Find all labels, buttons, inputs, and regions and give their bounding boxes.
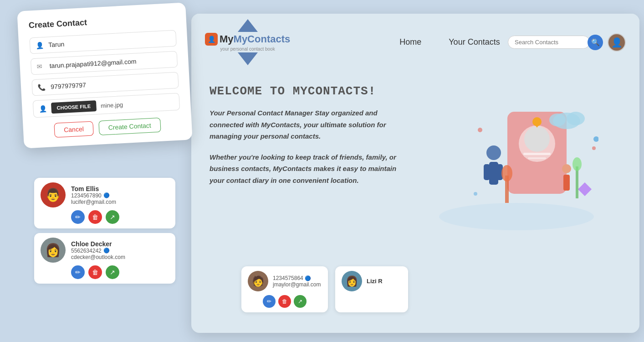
svg-rect-11: [563, 175, 570, 191]
share-button-chloe[interactable]: ↗: [106, 265, 119, 279]
contact-tom-inner: 👨 Tom Ellis 1234567890 🔵 lucifer@gmail.c…: [41, 182, 169, 207]
nav-home[interactable]: Home: [399, 37, 421, 47]
bottom-contact-2-name: Lizi R: [367, 278, 383, 285]
contact-chloe-actions: ✏ 🗑 ↗: [71, 265, 169, 279]
contact-chloe-avatar: 👩: [41, 238, 66, 263]
logo-tagline: your personal contact book: [220, 47, 275, 52]
svg-point-10: [562, 164, 571, 173]
contact-chloe-meta: Chloe Decker 5562634242 🔵 cdecker@outloo…: [71, 240, 169, 260]
contact-tom-name: Tom Ellis: [71, 185, 169, 192]
bottom-contact-2-details: Lizi R: [367, 278, 383, 285]
illustration-container: [434, 103, 608, 239]
logo-triangle-top-icon: [238, 19, 258, 32]
phone-field: 📞 9797979797: [31, 72, 179, 96]
svg-point-22: [474, 192, 477, 196]
file-upload-icon: 👤: [39, 105, 47, 113]
contact-chloe-name: Chloe Decker: [71, 240, 169, 248]
contact-tom-meta: Tom Ellis 1234567890 🔵 lucifer@gmail.com: [71, 185, 169, 205]
search-icon: 🔍: [591, 38, 600, 47]
email-field-icon: ✉: [36, 62, 45, 70]
logo-icon-symbol: 👤: [208, 36, 215, 43]
welcome-title: Welcome to MyContacts!: [210, 84, 411, 98]
user-avatar-icon: 👤: [611, 37, 623, 48]
file-upload-field: 👤 CHOOSE FILE mine.jpg: [33, 93, 180, 118]
bottom-contacts-strip: 🧑 1234575864 🔵 jmaylor@gmail.com ✏ 🗑 ↗ 👩…: [241, 266, 408, 312]
svg-point-13: [501, 165, 512, 181]
illustration-svg: [434, 103, 598, 235]
cancel-button[interactable]: Cancel: [54, 121, 93, 138]
search-button[interactable]: 🔍: [588, 35, 603, 50]
svg-rect-14: [576, 166, 578, 198]
edit-button-bottom-1[interactable]: ✏: [263, 295, 276, 308]
delete-button-chloe[interactable]: 🗑: [88, 265, 102, 279]
share-button-tom[interactable]: ↗: [106, 210, 119, 224]
bottom-contact-2-avatar: 👩: [342, 271, 362, 291]
contact-chloe-inner: 👩 Chloe Decker 5562634242 🔵 cdecker@outl…: [41, 238, 169, 263]
contact-item-chloe: 👩 Chloe Decker 5562634242 🔵 cdecker@outl…: [34, 233, 175, 284]
svg-point-20: [592, 146, 596, 150]
bottom-contact-1-details: 1234575864 🔵 jmaylor@gmail.com: [273, 275, 321, 288]
name-field-value[interactable]: Tarun: [48, 41, 65, 49]
right-illustration: [420, 84, 621, 333]
search-input[interactable]: [508, 36, 590, 49]
modal-title: Create Contact: [28, 13, 175, 31]
contact-tom-phone-icon: 🔵: [103, 192, 110, 198]
edit-button-chloe[interactable]: ✏: [71, 265, 85, 279]
logo-triangle-bottom-icon: [238, 52, 258, 65]
nav-links: Home Your Contacts: [399, 37, 500, 47]
contact-item-tom: 👨 Tom Ellis 1234567890 🔵 lucifer@gmail.c…: [34, 178, 175, 228]
email-field: ✉ tarun.prajapati912@gmail.com: [31, 51, 178, 75]
create-contact-button[interactable]: Create Contact: [98, 118, 161, 135]
choose-file-button[interactable]: CHOOSE FILE: [51, 100, 97, 114]
logo-name: MyMyContacts: [220, 33, 290, 45]
bottom-contact-1-avatar: 🧑: [248, 271, 268, 291]
share-button-bottom-1[interactable]: ↗: [294, 295, 307, 308]
contact-chloe-avatar-icon: 👩: [45, 243, 61, 258]
svg-point-6: [486, 145, 501, 160]
logo-name-contacts: MyContacts: [234, 33, 291, 45]
file-name-display: mine.jpg: [101, 101, 123, 109]
contacts-list-panel: 👨 Tom Ellis 1234567890 🔵 lucifer@gmail.c…: [34, 178, 175, 288]
contact-chloe-email: cdecker@outlook.com: [71, 254, 169, 260]
search-box: 🔍: [508, 35, 603, 50]
bottom-contact-2-info: 👩 Lizi R: [342, 271, 402, 291]
phone-field-icon: 📞: [38, 83, 46, 91]
delete-button-tom[interactable]: 🗑: [88, 210, 102, 224]
svg-point-17: [567, 112, 585, 125]
svg-point-3: [524, 126, 550, 152]
svg-point-15: [572, 157, 582, 171]
bottom-contact-1-info: 🧑 1234575864 🔵 jmaylor@gmail.com: [248, 271, 322, 291]
bottom-contact-card-1: 🧑 1234575864 🔵 jmaylor@gmail.com ✏ 🗑 ↗: [241, 266, 328, 312]
modal-actions: Cancel Create Contact: [34, 116, 181, 139]
contact-tom-email: lucifer@gmail.com: [71, 199, 169, 205]
svg-point-21: [478, 128, 482, 132]
nav-contacts[interactable]: Your Contacts: [449, 37, 500, 47]
delete-button-bottom-1[interactable]: 🗑: [278, 295, 291, 308]
nav-right: 🔍 👤: [508, 33, 626, 52]
navbar: 👤 MyMyContacts your personal contact boo…: [191, 14, 639, 71]
user-field-icon: 👤: [36, 41, 44, 49]
logo-area: 👤 MyMyContacts your personal contact boo…: [205, 19, 290, 65]
name-field: 👤 Tarun: [29, 30, 176, 54]
create-contact-modal: Create Contact 👤 Tarun ✉ tarun.prajapati…: [17, 3, 192, 149]
contact-chloe-phone-icon: 🔵: [103, 248, 110, 254]
logo-text-row: 👤 MyMyContacts: [205, 33, 290, 46]
contact-chloe-phone: 5562634242 🔵: [71, 248, 169, 254]
bottom-contact-card-2: 👩 Lizi R: [335, 266, 408, 312]
svg-point-0: [439, 203, 594, 230]
svg-rect-8: [484, 164, 490, 180]
svg-point-18: [549, 114, 566, 126]
svg-point-19: [593, 136, 598, 142]
logo-icon: 👤: [205, 33, 218, 46]
email-field-value[interactable]: tarun.prajapati912@gmail.com: [49, 57, 136, 69]
bottom-contact-1-phone: 1234575864 🔵: [273, 275, 321, 281]
welcome-paragraph-1: Your Personal Contact Manager Stay organ…: [210, 107, 411, 142]
edit-button-tom[interactable]: ✏: [71, 210, 85, 224]
bottom-contact-1-actions: ✏ 🗑 ↗: [248, 295, 322, 308]
svg-marker-23: [578, 182, 592, 196]
welcome-paragraph-2: Whether you're looking to keep track of …: [210, 151, 411, 187]
contact-tom-avatar-icon: 👨: [45, 187, 61, 202]
phone-field-value[interactable]: 9797979797: [51, 81, 87, 90]
contact-tom-avatar: 👨: [41, 182, 66, 207]
user-avatar-button[interactable]: 👤: [608, 33, 626, 52]
